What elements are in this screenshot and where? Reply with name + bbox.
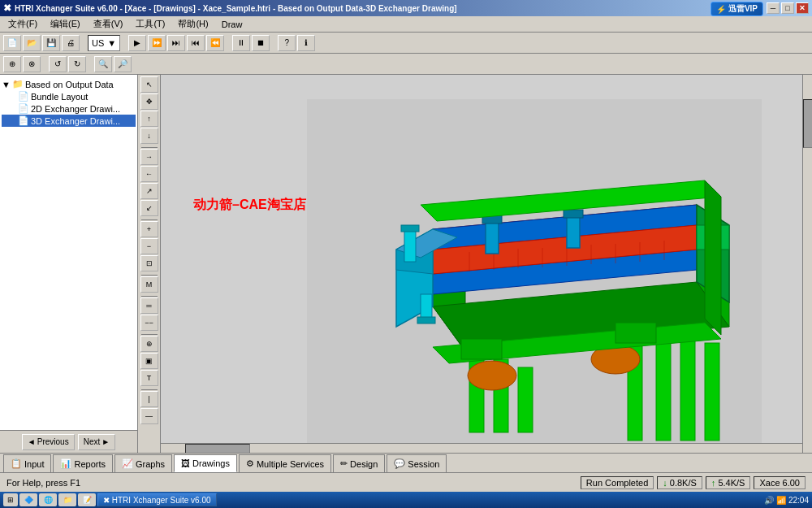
- tb2-btn-2[interactable]: ⊗: [23, 56, 41, 72]
- toolbar-2: ⊕ ⊗ ↺ ↻ 🔍 🔎: [0, 54, 812, 75]
- run-button[interactable]: ▶: [128, 35, 146, 51]
- nav-buttons: ◄ Previous Next ►: [0, 430, 137, 453]
- svg-rect-3: [656, 343, 671, 441]
- start-button[interactable]: ⊞: [3, 493, 18, 506]
- tb2-btn-1[interactable]: ⊕: [3, 56, 21, 72]
- tb2-btn-6[interactable]: 🔎: [114, 56, 132, 72]
- speed-1: ↓ 0.8K/S: [657, 476, 702, 489]
- tab-bar: 📋 Input 📊 Reports 📈 Graphs 🖼 Drawings ⚙ …: [0, 453, 812, 472]
- upload-icon: ↑: [711, 478, 716, 488]
- menu-file[interactable]: 文件(F): [2, 16, 44, 32]
- tb2-btn-3[interactable]: ↺: [49, 56, 67, 72]
- print-button[interactable]: 🖨: [62, 35, 80, 51]
- horizontal-scrollbar[interactable]: [161, 443, 812, 453]
- tb-btn-3[interactable]: ⏭: [167, 35, 185, 51]
- tb-btn-7[interactable]: ⏹: [252, 35, 270, 51]
- rtb-arrow-4[interactable]: ↙: [140, 200, 158, 216]
- save-button[interactable]: 💾: [42, 35, 60, 51]
- new-button[interactable]: 📄: [3, 35, 21, 51]
- menu-tools[interactable]: 工具(T): [129, 16, 171, 32]
- rtb-arrow-2[interactable]: ←: [140, 166, 158, 182]
- tab-reports[interactable]: 📊 Reports: [53, 454, 113, 472]
- maximize-button[interactable]: □: [781, 2, 794, 14]
- tb2-btn-5[interactable]: 🔍: [94, 56, 112, 72]
- close-button[interactable]: ✕: [796, 2, 809, 14]
- svg-rect-37: [567, 215, 580, 248]
- rtb-zoom-in[interactable]: +: [140, 221, 158, 237]
- rtb-rotate-y[interactable]: ↓: [140, 128, 158, 144]
- rtb-arrow-1[interactable]: →: [140, 149, 158, 165]
- previous-button[interactable]: ◄ Previous: [22, 434, 75, 450]
- rtb-arrow-3[interactable]: ↗: [140, 183, 158, 199]
- taskbar-shortcut-2[interactable]: 🌐: [39, 493, 57, 506]
- next-icon: ►: [102, 437, 110, 446]
- svg-rect-33: [401, 225, 419, 232]
- title-bar-left: ✖ HTRI Xchanger Suite v6.00 - [Xace - [D…: [3, 2, 457, 14]
- help-button[interactable]: ?: [278, 35, 296, 51]
- left-panel: ▼ 📁 Based on Output Data 📄 Bundle Layout…: [0, 75, 138, 453]
- tb-btn-5[interactable]: ⏪: [206, 35, 224, 51]
- rtb-rect[interactable]: ▣: [140, 353, 158, 369]
- status-right: Run Completed ↓ 0.8K/S ↑ 5.4K/S Xace 6.0…: [574, 476, 812, 489]
- rtb-line[interactable]: ═: [140, 297, 158, 314]
- tab-input[interactable]: 📋 Input: [3, 454, 51, 472]
- tree-child-2d[interactable]: 📄 2D Exchanger Drawi...: [2, 102, 136, 115]
- rtb-rotate-x[interactable]: ↑: [140, 111, 158, 127]
- taskbar-left: ⊞ 🔷 🌐 📁 📝 ✖ HTRI Xchanger Suite v6.00: [3, 493, 217, 506]
- tb-btn-6[interactable]: ⏸: [232, 35, 250, 51]
- rtb-pan[interactable]: ✥: [140, 93, 158, 110]
- tree-child-bundle[interactable]: 📄 Bundle Layout: [2, 90, 136, 102]
- canvas-area: 动力箭–CAE淘宝店: [161, 75, 812, 453]
- menu-edit[interactable]: 编辑(E): [44, 16, 87, 32]
- tab-reports-label: Reports: [74, 459, 106, 469]
- rtb-cursor[interactable]: ↖: [140, 76, 158, 93]
- tree-root-item[interactable]: ▼ 📁 Based on Output Data: [2, 78, 136, 90]
- graphs-icon: 📈: [122, 458, 133, 469]
- download-icon: ↓: [663, 478, 667, 488]
- taskbar-shortcut-1[interactable]: 🔷: [19, 493, 37, 506]
- rtb-dash[interactable]: −−: [140, 315, 158, 331]
- menu-help[interactable]: 帮助(H): [171, 16, 214, 32]
- taskbar-shortcut-4[interactable]: 📝: [78, 493, 96, 506]
- rtb-fit[interactable]: ⊡: [140, 255, 158, 271]
- open-button[interactable]: 📂: [23, 35, 41, 51]
- rtb-zoom-out[interactable]: −: [140, 238, 158, 254]
- next-button[interactable]: Next ►: [78, 434, 115, 450]
- tree-folder-icon: 📁: [12, 79, 24, 89]
- tb-btn-4[interactable]: ⏮: [187, 35, 205, 51]
- svg-rect-35: [486, 221, 499, 254]
- vertical-scrollbar[interactable]: [802, 75, 812, 453]
- tray-icon-1: 🔊: [764, 496, 774, 505]
- menu-draw[interactable]: Draw: [215, 18, 249, 31]
- rtb-minus[interactable]: —: [140, 408, 158, 424]
- svg-rect-38: [564, 210, 583, 218]
- thunder-vip-label: 迅雷VIP: [728, 3, 758, 15]
- tab-graphs[interactable]: 📈 Graphs: [114, 454, 172, 472]
- status-bar: For Help, press F1 Run Completed ↓ 0.8K/…: [0, 472, 812, 492]
- tab-design[interactable]: ✏ Design: [333, 454, 385, 472]
- rtb-txt[interactable]: T: [140, 370, 158, 386]
- tray-icon-2: 📶: [776, 496, 786, 505]
- speed-2: ↑ 5.4K/S: [706, 476, 751, 489]
- svg-rect-43: [615, 323, 656, 343]
- tab-session[interactable]: 💬 Session: [387, 454, 447, 472]
- tree-doc-icon-1: 📄: [18, 91, 29, 102]
- tb2-btn-4[interactable]: ↻: [68, 56, 86, 72]
- tb-btn-8[interactable]: ℹ: [297, 35, 315, 51]
- taskbar-shortcut-3[interactable]: 📁: [58, 493, 76, 506]
- menu-view[interactable]: 查看(V): [87, 16, 130, 32]
- tab-multiple-services[interactable]: ⚙ Multiple Services: [239, 454, 331, 472]
- rtb-m[interactable]: M: [140, 276, 158, 293]
- rtb-pipe[interactable]: |: [140, 391, 158, 407]
- units-dropdown[interactable]: US ▼: [88, 35, 120, 51]
- tree-child-label-1: Bundle Layout: [31, 92, 88, 102]
- tree-child-3d[interactable]: 📄 3D Exchanger Drawi...: [2, 115, 136, 127]
- rtb-target[interactable]: ⊕: [140, 336, 158, 352]
- svg-rect-42: [461, 339, 502, 359]
- tab-drawings[interactable]: 🖼 Drawings: [174, 454, 237, 472]
- run-status: Run Completed: [581, 476, 654, 489]
- start-icon: ⊞: [7, 496, 14, 504]
- minimize-button[interactable]: ─: [767, 2, 780, 14]
- taskbar-app-htri[interactable]: ✖ HTRI Xchanger Suite v6.00: [97, 493, 217, 506]
- tb-btn-2[interactable]: ⏩: [148, 35, 166, 51]
